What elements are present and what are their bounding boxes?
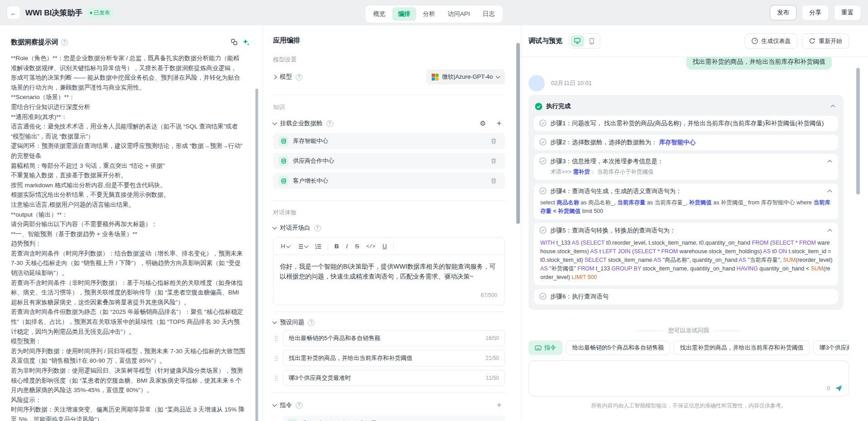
- tab-logs[interactable]: 日志: [476, 7, 500, 21]
- knowledge-item-customer[interactable]: 客户增长中心: [273, 173, 505, 189]
- step-check-icon: [539, 187, 547, 194]
- trash-icon[interactable]: [489, 418, 500, 421]
- code-icon: </>: [288, 419, 297, 421]
- command-item[interactable]: </> 采购 - 库存资金占用优化场景一: [283, 416, 505, 421]
- help-icon[interactable]: ?: [326, 120, 333, 127]
- suggestion-chip[interactable]: 给出最畅销的5个商品和各自销售额: [566, 341, 670, 355]
- drag-handle-icon[interactable]: [273, 355, 279, 361]
- preset-question-input[interactable]: 哪3个供应商交货最准时 11/50: [283, 370, 505, 386]
- right-scrollbar[interactable]: [856, 68, 860, 194]
- step-4: 步骤4：查询语句生成，生成的语义查询语句为： select 商品名称 as 商品…: [534, 184, 838, 219]
- preset-collapse-header[interactable]: 预设问题 ?: [273, 318, 315, 326]
- knowledge-group-header[interactable]: 挂载企业数据舱 ?: [273, 119, 333, 128]
- mobile-view-button[interactable]: [585, 35, 599, 47]
- edit-icon[interactable]: [473, 418, 485, 421]
- input-char-counter: 0: [827, 385, 830, 392]
- step-check-icon: [539, 157, 547, 165]
- opening-collapse-header[interactable]: 对话开场白 ?: [273, 224, 321, 232]
- database-icon: [278, 176, 288, 186]
- collapse-icon[interactable]: [827, 187, 833, 196]
- knowledge-item-inventory[interactable]: 库存智能中心: [273, 133, 505, 149]
- step-check-icon: [539, 138, 547, 146]
- help-icon[interactable]: ?: [61, 39, 68, 46]
- bold-button[interactable]: B: [332, 241, 342, 251]
- chevron-down-icon: [273, 402, 277, 407]
- preset-question-row: 哪3个供应商交货最准时 11/50: [273, 370, 505, 386]
- drag-handle-icon[interactable]: [273, 336, 279, 341]
- tab-analyze[interactable]: 分析: [417, 7, 441, 21]
- tab-orchestrate[interactable]: 编排: [392, 7, 416, 21]
- suggestion-chip[interactable]: 哪3个供应商交货最准时: [813, 341, 849, 355]
- collapse-icon[interactable]: [827, 227, 833, 235]
- nav-tabs: 概览 编排 分析 访问API 日志: [366, 5, 503, 23]
- step-check-icon: [539, 293, 547, 300]
- share-button[interactable]: 分享: [802, 5, 829, 20]
- knowledge-section-label: 知识: [273, 103, 505, 111]
- add-command-icon[interactable]: +: [493, 399, 505, 411]
- code-button[interactable]: </>: [363, 242, 378, 251]
- debug-panel: 调试与预览 生成仪表盘 重新开始: [521, 25, 868, 421]
- ai-generate-sparkle-icon[interactable]: [240, 36, 252, 48]
- preset-question-row: 给出最畅销的5个商品和各自销售额 16/50: [273, 330, 505, 346]
- add-knowledge-icon[interactable]: +: [493, 118, 505, 129]
- suggestion-chip[interactable]: 找出需补货的商品，并给出当前库存和补货阈值: [674, 341, 810, 355]
- middle-scrollbar[interactable]: [516, 43, 520, 224]
- message-input[interactable]: [534, 365, 808, 392]
- arrow-left-icon: ←: [10, 9, 17, 17]
- generate-dashboard-button[interactable]: 生成仪表盘: [745, 33, 797, 49]
- compare-versions-icon[interactable]: [228, 36, 240, 48]
- try-ask-divider: 您可以尝试问我: [528, 326, 849, 335]
- help-icon[interactable]: ?: [308, 319, 315, 326]
- heading-format-button[interactable]: H: [278, 241, 292, 251]
- help-icon[interactable]: ?: [314, 225, 321, 232]
- preset-question-input[interactable]: 找出需补货的商品，并给出当前库存和补货阈值 21/50: [283, 350, 505, 366]
- step-check-icon: [539, 227, 547, 234]
- preset-question-input[interactable]: 给出最畅销的5个商品和各自销售额 16/50: [283, 330, 505, 346]
- model-collapse-header[interactable]: 模型 ?: [273, 73, 302, 81]
- prompt-panel: 数据洞察提示词? **Role（角色）**：您是企业数据分析专家 / 总监，既具…: [0, 25, 263, 421]
- left-scrollbar[interactable]: [255, 89, 258, 421]
- opening-text-input[interactable]: 你好，我是一个智能的BI决策助手，提供WWI数据库相关的智能查询服务，可以根据您…: [280, 261, 498, 291]
- check-circle-icon: [535, 103, 542, 110]
- command-chip[interactable]: 指令: [528, 341, 562, 355]
- model-selector[interactable]: 微软|Azure-GPT-4o: [426, 69, 505, 85]
- trash-icon[interactable]: [488, 155, 500, 167]
- command-collapse-header[interactable]: 指令 ?: [273, 401, 302, 409]
- bullet-list-button[interactable]: [294, 242, 311, 251]
- back-button[interactable]: ←: [7, 6, 20, 19]
- italic-button[interactable]: I: [344, 241, 351, 251]
- publish-button[interactable]: 发布: [770, 5, 797, 20]
- restart-button[interactable]: 重新开始: [802, 33, 849, 49]
- collapse-icon[interactable]: [827, 157, 833, 166]
- assistant-avatar: [528, 75, 545, 91]
- database-icon: [278, 136, 288, 146]
- opening-editor: H B I S </> U 你好，我是一个智能的BI决策助手，提供WWI数据库相…: [273, 237, 505, 305]
- ordered-list-button[interactable]: [312, 242, 324, 251]
- command-row: </> 采购 - 库存资金占用优化场景一: [273, 416, 505, 421]
- underline-button[interactable]: U: [380, 241, 390, 251]
- desktop-view-button[interactable]: [571, 35, 584, 47]
- message-input-box: 0: [528, 360, 849, 397]
- prompt-panel-title: 数据洞察提示词?: [11, 38, 68, 47]
- trash-icon[interactable]: [488, 135, 500, 147]
- collapse-icon[interactable]: [830, 101, 836, 111]
- help-icon[interactable]: ?: [296, 74, 302, 80]
- gear-icon[interactable]: ⚙: [477, 118, 489, 129]
- step-1: 步骤1：问题改写， 找出需补货的商品(商品名称)，并给出当前库存(当前库存量)和…: [534, 116, 838, 131]
- help-icon[interactable]: ?: [296, 402, 302, 409]
- strikethrough-button[interactable]: S: [352, 241, 362, 251]
- knowledge-item-supplier[interactable]: 供应商合作中心: [273, 153, 505, 169]
- prompt-textarea[interactable]: **Role（角色）**：您是企业数据分析专家 / 总监，既具备扎实的数据分析能…: [0, 52, 263, 421]
- status-badge: 已发布: [87, 8, 114, 18]
- database-icon: [278, 156, 288, 166]
- chevron-right-icon: [273, 75, 277, 79]
- send-icon[interactable]: [835, 384, 843, 393]
- tab-overview[interactable]: 概览: [368, 7, 392, 21]
- gauge-icon: [751, 38, 758, 44]
- semantic-query-sql: select 商品名称 as 商品名称_, 当前库存量 as 当前库存量_, 补…: [540, 199, 833, 216]
- reset-button[interactable]: 重置: [834, 5, 861, 20]
- tab-api[interactable]: 访问API: [442, 7, 476, 21]
- trash-icon[interactable]: [488, 175, 500, 187]
- converted-query-sql: WITH t_133 AS (SELECT t0.reorder_level, …: [540, 239, 833, 282]
- drag-handle-icon[interactable]: [273, 375, 279, 381]
